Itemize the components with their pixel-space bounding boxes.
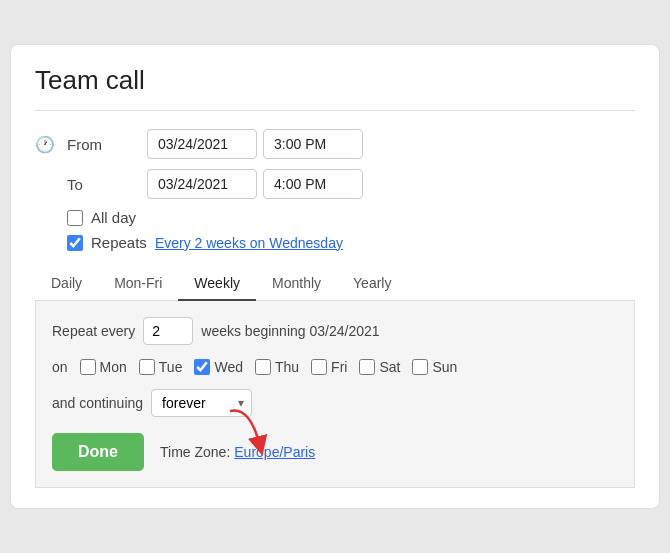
day-item-tue: Tue <box>139 359 183 375</box>
day-item-mon: Mon <box>80 359 127 375</box>
repeat-every-input[interactable] <box>143 317 193 345</box>
day-item-wed: Wed <box>194 359 243 375</box>
from-time-input[interactable] <box>263 129 363 159</box>
repeats-label: Repeats <box>91 234 147 251</box>
day-item-thu: Thu <box>255 359 299 375</box>
day-label-fri: Fri <box>331 359 347 375</box>
day-checkbox-tue[interactable] <box>139 359 155 375</box>
day-item-sun: Sun <box>412 359 457 375</box>
day-label-tue: Tue <box>159 359 183 375</box>
bottom-row: Done Time Zone: Europe/Paris <box>52 433 618 471</box>
repeat-every-row: Repeat every weeks beginning 03/24/2021 <box>52 317 618 345</box>
from-date-input[interactable] <box>147 129 257 159</box>
repeats-checkbox[interactable] <box>67 235 83 251</box>
days-row: on Mon Tue Wed Thu Fri <box>52 359 618 375</box>
red-arrow-icon <box>220 406 280 456</box>
continuing-row: and continuing forever until date # of t… <box>52 389 618 417</box>
clock-icon: 🕐 <box>35 135 59 154</box>
to-date-input[interactable] <box>147 169 257 199</box>
day-label-sun: Sun <box>432 359 457 375</box>
repeat-every-prefix: Repeat every <box>52 323 135 339</box>
done-button[interactable]: Done <box>52 433 144 471</box>
to-label: To <box>67 176 147 193</box>
repeat-section: Repeat every weeks beginning 03/24/2021 … <box>35 301 635 488</box>
on-label: on <box>52 359 68 375</box>
event-title: Team call <box>35 65 635 111</box>
day-label-wed: Wed <box>214 359 243 375</box>
day-label-thu: Thu <box>275 359 299 375</box>
from-label: From <box>67 136 147 153</box>
allday-row: All day <box>67 209 635 226</box>
day-checkbox-wed[interactable] <box>194 359 210 375</box>
day-checkbox-fri[interactable] <box>311 359 327 375</box>
tab-mon-fri[interactable]: Mon-Fri <box>98 267 178 301</box>
tab-monthly[interactable]: Monthly <box>256 267 337 301</box>
allday-label: All day <box>91 209 136 226</box>
tab-weekly[interactable]: Weekly <box>178 267 256 301</box>
from-row: 🕐 From <box>35 129 635 159</box>
repeats-row: Repeats Every 2 weeks on Wednesday <box>67 234 635 251</box>
day-item-sat: Sat <box>359 359 400 375</box>
recurrence-tabs: Daily Mon-Fri Weekly Monthly Yearly <box>35 267 635 301</box>
day-checkbox-sun[interactable] <box>412 359 428 375</box>
day-checkbox-mon[interactable] <box>80 359 96 375</box>
tab-daily[interactable]: Daily <box>35 267 98 301</box>
allday-checkbox[interactable] <box>67 210 83 226</box>
day-label-sat: Sat <box>379 359 400 375</box>
to-row: To <box>67 169 635 199</box>
timezone-row: Time Zone: Europe/Paris <box>160 444 315 460</box>
day-checkbox-sat[interactable] <box>359 359 375 375</box>
day-label-mon: Mon <box>100 359 127 375</box>
day-checkbox-thu[interactable] <box>255 359 271 375</box>
event-card: Team call 🕐 From To All day Repeats Ever… <box>10 44 660 509</box>
to-time-input[interactable] <box>263 169 363 199</box>
repeat-every-suffix: weeks beginning 03/24/2021 <box>201 323 379 339</box>
tab-yearly[interactable]: Yearly <box>337 267 407 301</box>
day-item-fri: Fri <box>311 359 347 375</box>
and-continuing-label: and continuing <box>52 395 143 411</box>
repeats-recurrence-link[interactable]: Every 2 weeks on Wednesday <box>155 235 343 251</box>
